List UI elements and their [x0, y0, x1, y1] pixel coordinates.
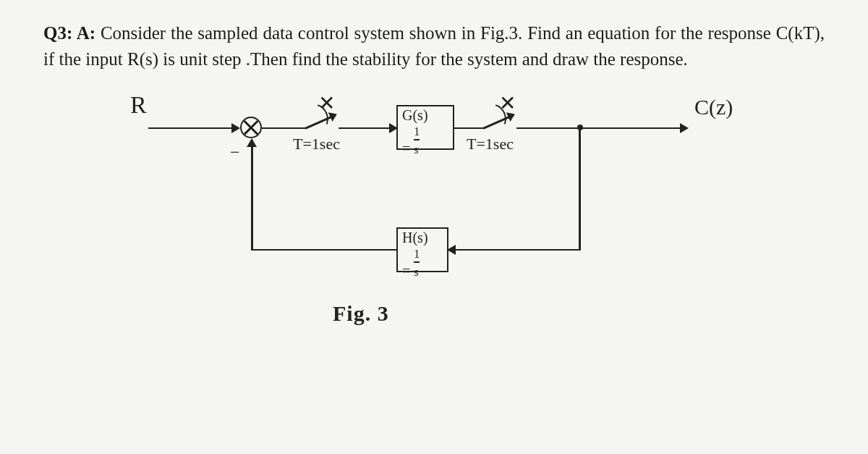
- sampler-1-label: T=1sec: [293, 135, 340, 154]
- sampler-2-x: ✕: [499, 91, 516, 115]
- sampler-2-label: T=1sec: [467, 135, 514, 154]
- figure-caption: Fig. 3: [333, 301, 389, 326]
- h-block-name: H(s): [402, 230, 443, 245]
- g-block-expr: = 1s: [402, 123, 448, 156]
- h-block-expr: = 1s: [402, 245, 443, 279]
- input-label: R: [130, 91, 147, 119]
- summing-junction: [240, 117, 262, 138]
- question-label: Q3: A:: [43, 23, 95, 43]
- sampler-1-x: ✕: [318, 91, 335, 115]
- question-body: Consider the sampled data control system…: [43, 23, 825, 69]
- h-block: H(s) = 1s: [396, 227, 448, 272]
- g-block: G(s) = 1s: [396, 105, 454, 150]
- block-diagram: R − ✕ T=1sec G(s) = 1s ✕ T=1sec C(z) H(s…: [109, 95, 760, 356]
- output-label: C(z): [694, 95, 733, 119]
- question-text: Q3: A: Consider the sampled data control…: [43, 20, 825, 73]
- sum-minus-sign: −: [230, 143, 240, 162]
- g-block-name: G(s): [402, 108, 448, 123]
